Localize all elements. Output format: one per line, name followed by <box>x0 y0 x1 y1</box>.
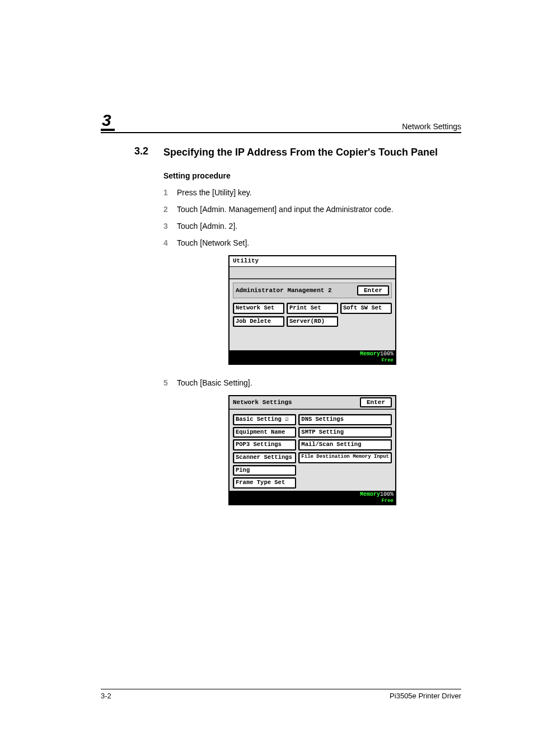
section-number: 3.2 <box>134 145 163 159</box>
scanner-settings-button[interactable]: Scanner Settings <box>233 452 296 463</box>
job-delete-button[interactable]: Job Delete <box>233 316 284 327</box>
setting-procedure-heading: Setting procedure <box>163 171 461 180</box>
utility-screen: Utility Administrator Management 2 Enter… <box>228 255 396 365</box>
step-number: 3 <box>163 222 177 231</box>
enter-button[interactable]: Enter <box>360 397 392 407</box>
step-text: Touch [Network Set]. <box>177 238 461 247</box>
pop3-settings-button[interactable]: POP3 Settings <box>233 439 296 450</box>
mail-scan-setting-button[interactable]: Mail/Scan Setting <box>298 439 392 450</box>
footer-product: Pi3505e Printer Driver <box>390 692 461 700</box>
network-settings-screen: Network Settings Enter Basic Setting ☑ D… <box>228 395 396 505</box>
network-set-button[interactable]: Network Set <box>233 303 284 314</box>
dns-settings-button[interactable]: DNS Settings <box>298 414 392 425</box>
equipment-name-button[interactable]: Equipment Name <box>233 427 296 438</box>
step-number: 1 <box>163 188 177 197</box>
step-2: 2 Touch [Admin. Management] and input th… <box>163 205 461 214</box>
screen-title: Utility <box>229 256 395 266</box>
step-3: 3 Touch [Admin. 2]. <box>163 222 461 231</box>
basic-setting-button[interactable]: Basic Setting ☑ <box>233 414 296 425</box>
header-section-name: Network Settings <box>402 122 461 131</box>
server-rd-button[interactable]: Server(RD) <box>287 316 338 327</box>
memory-status: Memory100% Free <box>229 350 395 364</box>
screen-title: Network Settings <box>233 399 292 406</box>
step-text: Touch [Admin. Management] and input the … <box>177 205 461 214</box>
step-text: Touch [Admin. 2]. <box>177 222 461 231</box>
section-title: Specifying the IP Address From the Copie… <box>163 145 438 159</box>
soft-sw-set-button[interactable]: Soft SW Set <box>340 303 392 314</box>
page-footer: 3-2 Pi3505e Printer Driver <box>101 689 461 700</box>
step-5: 5 Touch [Basic Setting]. <box>163 378 461 387</box>
file-destination-memory-input-button[interactable]: File Destination Memory Input <box>298 452 392 463</box>
ping-button[interactable]: Ping <box>233 465 296 476</box>
step-number: 4 <box>163 238 177 247</box>
step-number: 5 <box>163 378 177 387</box>
step-4: 4 Touch [Network Set]. <box>163 238 461 247</box>
print-set-button[interactable]: Print Set <box>287 303 338 314</box>
admin-mgmt-2-label: Administrator Management 2 <box>236 287 332 294</box>
smtp-setting-button[interactable]: SMTP Setting <box>298 427 392 438</box>
section-heading: 3.2 Specifying the IP Address From the C… <box>134 145 461 159</box>
enter-button[interactable]: Enter <box>357 285 389 295</box>
page-header: 3 Network Settings <box>101 112 461 133</box>
chapter-number: 3 <box>101 112 115 131</box>
frame-type-set-button[interactable]: Frame Type Set <box>233 477 296 489</box>
memory-status: Memory100% Free <box>229 491 395 504</box>
step-1: 1 Press the [Utility] key. <box>163 188 461 197</box>
step-text: Press the [Utility] key. <box>177 188 461 197</box>
page-number: 3-2 <box>101 692 111 700</box>
step-text: Touch [Basic Setting]. <box>177 378 461 387</box>
step-number: 2 <box>163 205 177 214</box>
